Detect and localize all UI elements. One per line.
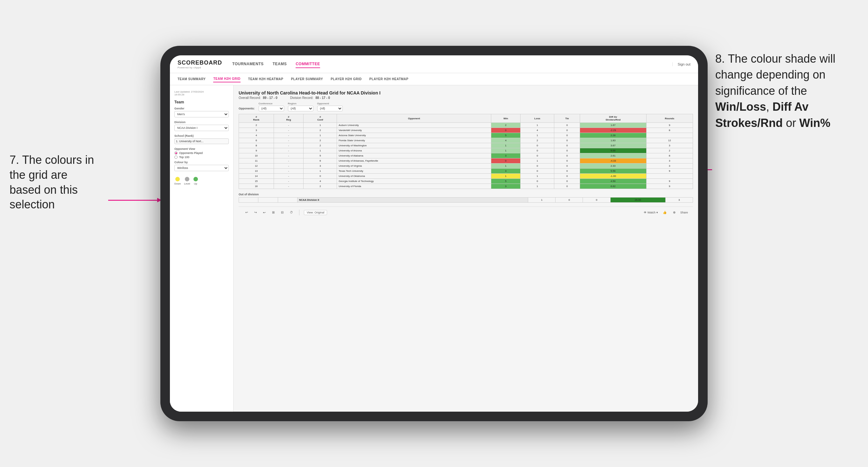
cell-rounds: 3: [646, 158, 693, 163]
toolbar-share-icon[interactable]: ⊕: [671, 210, 677, 215]
bottom-toolbar: ↩ ↪ ↜ ⊞ ⊟ ⏱ View: Original 👁 Watch ▾ 👍 ⊕: [239, 207, 693, 218]
nav-link-committee[interactable]: COMMITTEE: [296, 60, 320, 68]
filter-opponent-label: Opponent: [317, 102, 343, 105]
cell-rounds: 2: [646, 148, 693, 153]
cell-rounds: 9: [646, 168, 693, 174]
cell-rank: 11: [239, 158, 274, 163]
cell-loss: 0: [520, 153, 554, 158]
toolbar-watch-button[interactable]: 👁 Watch ▾: [644, 211, 658, 214]
cell-rounds: [646, 174, 693, 179]
grid-title: University of North Carolina Head-to-Hea…: [239, 90, 693, 95]
sub-nav-player-h2h-heatmap[interactable]: PLAYER H2H HEATMAP: [369, 76, 408, 82]
toolbar-paste[interactable]: ⊟: [279, 210, 285, 215]
grid-area: University of North Carolina Head-to-Hea…: [234, 85, 698, 412]
sidebar-division-select[interactable]: NCAA Division I: [174, 125, 229, 131]
sub-nav-player-summary[interactable]: PLAYER SUMMARY: [291, 76, 323, 82]
filter-opponents-label: Opponents:: [239, 107, 255, 110]
filter-conference-select[interactable]: (All): [259, 105, 284, 111]
radio-top100[interactable]: Top 100: [174, 156, 229, 159]
table-row: 6 - 2 Florida State University 4 2 0 1.8…: [239, 138, 693, 143]
sidebar-school-input[interactable]: 1. University of Nort...: [174, 138, 229, 144]
sidebar-opponent-view-radio-group: Opponents Played Top 100: [174, 151, 229, 159]
out-of-division-row: NCAA Division II 1 0 0 26.00 3: [239, 197, 693, 203]
cell-opponent: University of Oklahoma: [337, 174, 491, 179]
cell-diff: 2.33: [580, 163, 646, 168]
sub-nav-team-summary[interactable]: TEAM SUMMARY: [178, 76, 206, 82]
tablet-frame: SCOREBOARD Powered by clippd TOURNAMENTS…: [160, 46, 708, 421]
cell-reg: -: [274, 133, 304, 138]
cell-diff: 4.50: [580, 179, 646, 184]
division-record: Division Record: 88 - 17 - 0: [290, 96, 330, 100]
table-row: 12 - 3 University of Virginia 1 0 0 2.33…: [239, 163, 693, 168]
col-conf: #Conf: [304, 114, 337, 123]
legend-level: Level: [184, 177, 190, 185]
toolbar-clock[interactable]: ⏱: [288, 210, 294, 215]
cell-tie: 0: [554, 179, 580, 184]
cell-win: 3: [491, 153, 521, 158]
cell-diff: 1.67: [580, 123, 646, 128]
cell-reg: -: [274, 128, 304, 133]
cell-rank: [239, 197, 258, 203]
cell-tie: 0: [554, 148, 580, 153]
cell-win: 4: [491, 138, 521, 143]
cell-rank: 2: [239, 123, 274, 128]
nav-link-teams[interactable]: TEAMS: [273, 60, 287, 68]
cell-loss: 1: [520, 174, 554, 179]
sidebar-team-label: Team: [174, 100, 229, 104]
filter-opponent-select[interactable]: (All): [317, 105, 343, 111]
cell-loss: 0: [520, 179, 554, 184]
legend-up-circle: [193, 177, 198, 181]
toolbar-back[interactable]: ↜: [261, 210, 267, 215]
cell-rank: 8: [239, 143, 274, 148]
toolbar-redo[interactable]: ↪: [253, 210, 258, 215]
cell-conf: 2: [304, 138, 337, 143]
radio-opponents-played[interactable]: Opponents Played: [174, 151, 229, 155]
cell-loss: 1: [520, 158, 554, 163]
sub-nav-player-h2h-grid[interactable]: PLAYER H2H GRID: [331, 76, 362, 82]
filter-region-select[interactable]: (All): [288, 105, 313, 111]
sub-nav-team-h2h-heatmap[interactable]: TEAM H2H HEATMAP: [248, 76, 283, 82]
cell-win: 1: [491, 163, 521, 168]
cell-rank: 9: [239, 148, 274, 153]
sign-out-button[interactable]: Sign out: [672, 62, 690, 66]
grid-header: University of North Carolina Head-to-Hea…: [239, 90, 693, 100]
cell-rank: 4: [239, 133, 274, 138]
cell-rank: 6: [239, 138, 274, 143]
cell-rounds: 8: [646, 153, 693, 158]
cell-conf: 2: [304, 128, 337, 133]
toolbar-copy[interactable]: ⊞: [271, 210, 276, 215]
toolbar-undo[interactable]: ↩: [244, 210, 249, 215]
logo-area: SCOREBOARD Powered by clippd: [178, 60, 222, 69]
toolbar-view-button[interactable]: View: Original: [304, 210, 327, 215]
cell-conf: 0: [304, 174, 337, 179]
sidebar-gender-select[interactable]: Men's: [174, 111, 229, 117]
cell-diff: 2.28: [580, 133, 646, 138]
table-row: 8 - 2 University of Washington 1 0 0 3.6…: [239, 143, 693, 148]
cell-loss: 0: [556, 197, 583, 203]
toolbar-thumbsup[interactable]: 👍: [661, 210, 668, 215]
sidebar-gender-label: Gender: [174, 107, 229, 110]
cell-reg: -: [274, 138, 304, 143]
filter-conference-group: Conference (All): [259, 102, 284, 111]
cell-opponent: Arizona State University: [337, 133, 491, 138]
cell-tie: 0: [554, 168, 580, 174]
cell-loss: 0: [520, 163, 554, 168]
cell-opponent: University of Washington: [337, 143, 491, 148]
table-row: 16 - 2 University of Florida 3 1 0 6.62 …: [239, 184, 693, 189]
cell-rounds: 3: [646, 143, 693, 148]
cell-conf: 1: [304, 133, 337, 138]
nav-link-tournaments[interactable]: TOURNAMENTS: [232, 60, 264, 68]
toolbar-share-button[interactable]: Share: [680, 211, 688, 214]
tablet-screen: SCOREBOARD Powered by clippd TOURNAMENTS…: [170, 55, 698, 412]
cell-opponent: Auburn University: [337, 123, 491, 128]
cell-reg: -: [274, 153, 304, 158]
cell-opponent: Texas Tech University: [337, 168, 491, 174]
sub-nav-team-h2h-grid[interactable]: TEAM H2H GRID: [213, 76, 240, 83]
filter-region-group: Region (All): [288, 102, 313, 111]
cell-opponent: Georgia Institute of Technology: [337, 179, 491, 184]
cell-tie: 0: [554, 123, 580, 128]
sidebar-colour-by-select[interactable]: Win/loss: [174, 165, 229, 171]
legend-level-circle: [185, 177, 189, 181]
cell-win: 5: [491, 179, 521, 184]
cell-win: 3: [491, 168, 521, 174]
